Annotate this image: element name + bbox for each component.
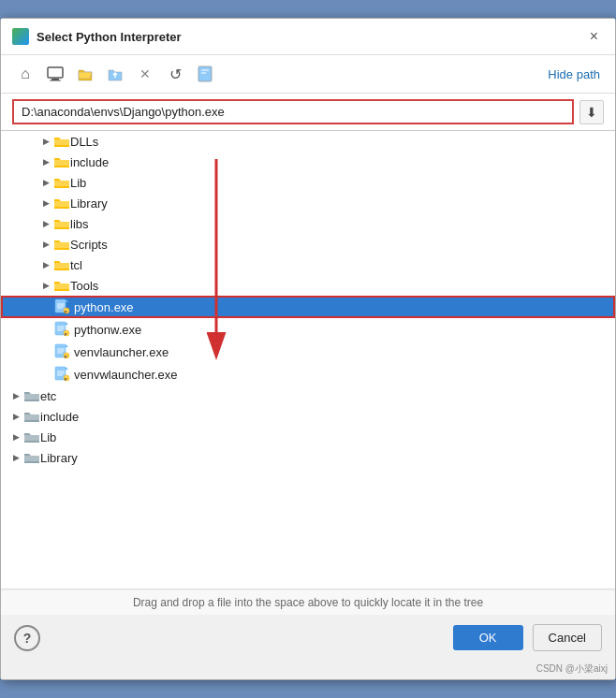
item-label-pythonw-exe: pythonw.exe xyxy=(74,323,141,337)
arrow-pythonw xyxy=(38,322,53,337)
refresh-button[interactable]: ↺ xyxy=(162,61,188,87)
title-bar: Select Python Interpreter × xyxy=(1,19,615,55)
tree-item-include2[interactable]: ▶ include xyxy=(1,406,615,427)
folder-icon-library2 xyxy=(23,451,40,464)
svg-marker-11 xyxy=(66,322,68,325)
open-folder-button[interactable] xyxy=(72,61,98,87)
exe-icon-pythonw: P xyxy=(53,321,70,338)
expand-arrow-include2: ▶ xyxy=(8,409,23,424)
tree-item-dlls[interactable]: ▶ DLLs xyxy=(1,131,615,152)
expand-arrow-library2: ▶ xyxy=(8,450,23,465)
item-label-library2: Library xyxy=(40,451,78,465)
item-label-scripts: Scripts xyxy=(70,238,108,252)
arrow-venvwlauncher xyxy=(38,367,53,382)
tree-item-libs[interactable]: ▶ libs xyxy=(1,213,615,234)
svg-text:P: P xyxy=(65,332,67,337)
expand-arrow-lib: ▶ xyxy=(38,175,53,190)
bottom-bar: ? OK Cancel xyxy=(1,615,615,661)
tree-item-library[interactable]: ▶ Library xyxy=(1,193,615,213)
hide-path-button[interactable]: Hide path xyxy=(544,65,604,83)
path-row: ⬇ xyxy=(1,94,615,131)
folder-icon-lib2 xyxy=(23,430,40,444)
exe-icon-venvwlauncher: P xyxy=(53,366,70,383)
folder-up-button[interactable] xyxy=(102,61,128,87)
folder-icon-dlls xyxy=(53,135,70,148)
svg-text:P: P xyxy=(65,310,67,314)
item-label-include: include xyxy=(70,155,109,169)
item-label-venvlauncher-exe: venvlauncher.exe xyxy=(74,345,169,359)
computer-button[interactable] xyxy=(42,61,68,87)
tree-item-lib2[interactable]: ▶ Lib xyxy=(1,427,615,447)
select-interpreter-dialog: Select Python Interpreter × ⌂ ✕ ↺ Hide p… xyxy=(0,18,616,680)
folder-icon-include xyxy=(53,155,70,168)
svg-rect-2 xyxy=(50,80,61,81)
svg-marker-7 xyxy=(66,299,68,302)
close-button[interactable]: × xyxy=(584,26,604,47)
expand-arrow-dlls: ▶ xyxy=(38,134,53,149)
home-button[interactable]: ⌂ xyxy=(12,61,38,87)
folder-icon-etc xyxy=(23,389,40,402)
tree-item-tcl[interactable]: ▶ tcl xyxy=(1,254,615,275)
tree-item-library2[interactable]: ▶ Library xyxy=(1,447,615,468)
exe-icon-venvlauncher: P xyxy=(53,343,70,360)
watermark: CSDN @小梁aixj xyxy=(1,661,615,679)
item-label-venvwlauncher-exe: venvwlauncher.exe xyxy=(74,368,178,382)
dialog-title: Select Python Interpreter xyxy=(37,30,577,44)
arrow-python-exe xyxy=(38,299,53,314)
item-label-etc: etc xyxy=(40,389,56,403)
folder-icon-lib xyxy=(53,176,70,189)
drag-hint-text: Drag and drop a file into the space abov… xyxy=(133,596,483,609)
path-input[interactable] xyxy=(12,99,574,124)
folder-icon-include2 xyxy=(23,410,40,423)
expand-arrow-include: ▶ xyxy=(38,154,53,169)
tree-item-include[interactable]: ▶ include xyxy=(1,152,615,172)
folder-icon-libs xyxy=(53,217,70,230)
item-label-python-exe: python.exe xyxy=(74,300,134,314)
svg-marker-19 xyxy=(66,367,68,370)
toolbar: ⌂ ✕ ↺ Hide path xyxy=(1,55,615,94)
download-button[interactable]: ⬇ xyxy=(579,100,604,124)
item-label-lib2: Lib xyxy=(40,430,56,444)
exe-icon-python: P xyxy=(53,298,70,315)
tree-item-tools[interactable]: ▶ Tools xyxy=(1,275,615,296)
tree-item-lib[interactable]: ▶ Lib xyxy=(1,172,615,193)
svg-marker-15 xyxy=(66,344,68,347)
svg-text:P: P xyxy=(65,355,67,359)
cancel-button[interactable]: Cancel xyxy=(533,624,602,651)
item-label-library: Library xyxy=(70,196,108,211)
folder-icon-tcl xyxy=(53,258,70,271)
ok-button[interactable]: OK xyxy=(453,625,523,650)
tree-item-venvlauncher-exe[interactable]: P venvlauncher.exe xyxy=(1,341,615,363)
folder-icon-scripts xyxy=(53,238,70,251)
item-label-lib: Lib xyxy=(70,176,86,190)
watermark-text: CSDN @小梁aixj xyxy=(536,663,608,674)
app-icon xyxy=(12,28,29,45)
svg-rect-0 xyxy=(48,67,63,78)
drag-hint: Drag and drop a file into the space abov… xyxy=(1,589,615,615)
bookmark-button[interactable] xyxy=(192,61,218,87)
item-label-libs: libs xyxy=(70,217,89,231)
tree-item-venvwlauncher-exe[interactable]: P venvwlauncher.exe xyxy=(1,363,615,385)
expand-arrow-library: ▶ xyxy=(38,196,53,211)
tree-item-etc[interactable]: ▶ etc xyxy=(1,385,615,406)
expand-arrow-libs: ▶ xyxy=(38,216,53,231)
delete-button[interactable]: ✕ xyxy=(132,61,158,87)
help-button[interactable]: ? xyxy=(14,625,40,651)
expand-arrow-etc: ▶ xyxy=(8,388,23,403)
item-label-tools: Tools xyxy=(70,279,98,293)
folder-icon-tools xyxy=(53,279,70,292)
tree-item-python-exe[interactable]: P python.exe xyxy=(1,296,615,318)
tree-item-pythonw-exe[interactable]: P pythonw.exe xyxy=(1,318,615,341)
expand-arrow-tcl: ▶ xyxy=(38,257,53,272)
expand-arrow-lib2: ▶ xyxy=(8,429,23,444)
item-label-dlls: DLLs xyxy=(70,135,98,149)
svg-text:P: P xyxy=(65,377,67,382)
item-label-tcl: tcl xyxy=(70,258,82,272)
expand-arrow-tools: ▶ xyxy=(38,278,53,293)
file-tree[interactable]: ▶ DLLs ▶ include ▶ Lib ▶ Library ▶ libs xyxy=(1,131,615,589)
item-label-include2: include xyxy=(40,410,79,424)
expand-arrow-scripts: ▶ xyxy=(38,237,53,252)
tree-item-scripts[interactable]: ▶ Scripts xyxy=(1,234,615,254)
folder-icon-library xyxy=(53,196,70,210)
arrow-venvlauncher xyxy=(38,344,53,359)
